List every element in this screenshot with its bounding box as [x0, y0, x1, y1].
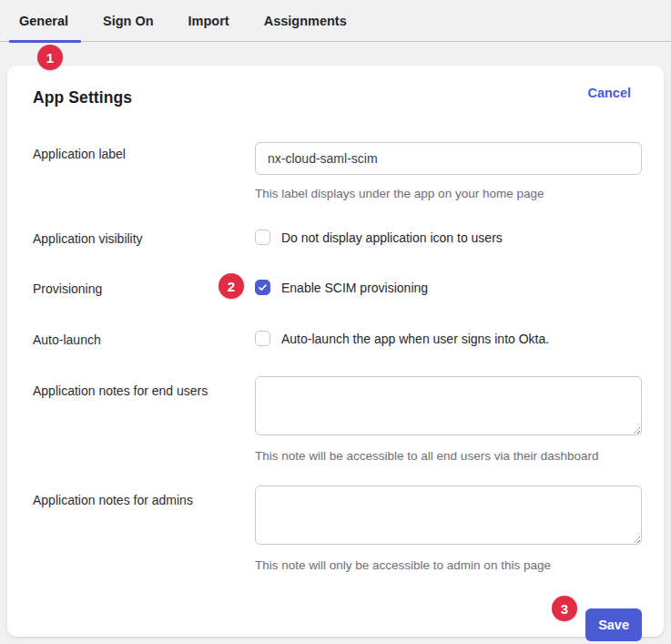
tab-sign-on[interactable]: Sign On — [103, 0, 154, 42]
step-2-badge: 2 — [219, 273, 244, 299]
enable-scim-checkbox[interactable] — [255, 280, 270, 295]
auto-launch-row: Auto-launch Auto-launch the app when use… — [33, 331, 642, 348]
application-label-label: Application label — [33, 142, 255, 162]
application-label-row: Application label This label displays un… — [33, 142, 642, 201]
notes-admins-row: Application notes for admins This note w… — [33, 486, 642, 573]
step-3-badge: 3 — [552, 596, 577, 621]
notes-end-users-textarea[interactable] — [255, 376, 642, 435]
provisioning-row: Provisioning Enable SCIM provisioning — [33, 280, 642, 297]
tab-sign-on-label: Sign On — [103, 14, 154, 28]
card-header: App Settings Cancel — [33, 88, 642, 107]
step-1-badge: 1 — [37, 45, 63, 70]
page-title: App Settings — [33, 88, 132, 107]
app-tabs: General Sign On Import Assignments — [0, 0, 671, 42]
notes-admins-textarea[interactable] — [255, 486, 642, 545]
app-settings-card: App Settings Cancel Application label Th… — [7, 66, 664, 637]
application-label-input[interactable] — [255, 142, 642, 175]
application-label-helper: This label displays under the app on you… — [255, 186, 642, 201]
notes-end-users-row: Application notes for end users This not… — [33, 376, 642, 464]
notes-admins-helper: This note will only be accessible to adm… — [255, 557, 642, 573]
tab-import-label: Import — [188, 14, 229, 28]
notes-end-users-helper: This note will be accessible to all end … — [255, 448, 642, 464]
tab-import[interactable]: Import — [188, 0, 229, 42]
tab-general-label: General — [19, 14, 68, 28]
hide-app-icon-checkbox-label[interactable]: Do not display application icon to users — [281, 230, 503, 245]
auto-launch-checkbox-label[interactable]: Auto-launch the app when user signs into… — [281, 332, 549, 346]
tab-general[interactable]: General — [19, 0, 68, 42]
check-icon — [258, 282, 268, 292]
auto-launch-label: Auto-launch — [33, 331, 255, 348]
enable-scim-checkbox-label[interactable]: Enable SCIM provisioning — [281, 281, 428, 295]
save-button[interactable]: Save — [585, 608, 642, 641]
application-visibility-label: Application visibility — [33, 230, 255, 247]
save-row: Save — [33, 608, 642, 641]
cancel-button[interactable]: Cancel — [587, 86, 631, 100]
hide-app-icon-checkbox[interactable] — [255, 230, 270, 245]
tab-assignments[interactable]: Assignments — [264, 0, 347, 42]
application-visibility-row: Application visibility Do not display ap… — [33, 230, 642, 247]
notes-admins-label: Application notes for admins — [33, 486, 255, 508]
tab-assignments-label: Assignments — [264, 14, 347, 28]
notes-end-users-label: Application notes for end users — [33, 376, 255, 399]
auto-launch-checkbox[interactable] — [255, 331, 270, 346]
app-settings-page: General Sign On Import Assignments 1 2 3… — [0, 0, 671, 644]
